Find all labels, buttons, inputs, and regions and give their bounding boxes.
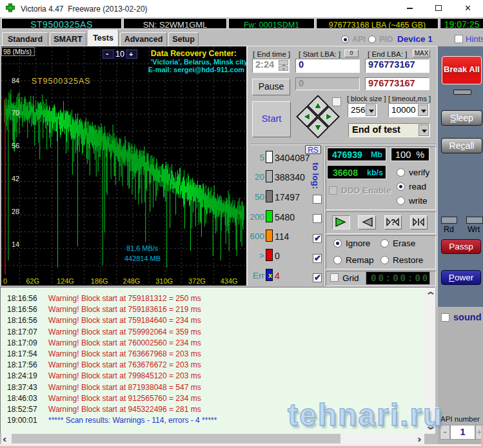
svg-text:10: 10	[115, 50, 124, 59]
svg-text:434G: 434G	[221, 277, 238, 285]
svg-text:124G: 124G	[57, 277, 74, 285]
svg-text:0: 0	[3, 277, 7, 285]
svg-text:Data Recovery Center:: Data Recovery Center:	[151, 49, 237, 58]
svg-text:E-mail: sergei@hdd-911.com: E-mail: sergei@hdd-911.com	[148, 66, 245, 73]
svg-text:56: 56	[12, 142, 19, 150]
svg-text:70: 70	[12, 109, 19, 117]
svg-text:248G: 248G	[123, 277, 141, 285]
svg-text:98 (Mb/s): 98 (Mb/s)	[3, 48, 32, 55]
svg-text:62G: 62G	[26, 277, 39, 285]
svg-text:442814 MB: 442814 MB	[124, 255, 161, 262]
svg-text:14: 14	[12, 240, 19, 248]
svg-text:310G: 310G	[155, 277, 173, 285]
svg-text:28: 28	[12, 208, 19, 215]
svg-text:-: -	[106, 50, 108, 59]
svg-text:186G: 186G	[91, 277, 108, 285]
svg-text:84: 84	[12, 77, 19, 84]
svg-text:+: +	[129, 50, 133, 58]
svg-text:ST9500325AS: ST9500325AS	[32, 77, 91, 86]
svg-text:?: ?	[391, 218, 395, 227]
svg-text:372G: 372G	[188, 277, 206, 285]
svg-text:'Victoria', Belarus, Minsk cit: 'Victoria', Belarus, Minsk city	[151, 58, 248, 66]
svg-text:81,6 MB/s: 81,6 MB/s	[126, 244, 159, 252]
svg-text:42: 42	[12, 175, 19, 182]
